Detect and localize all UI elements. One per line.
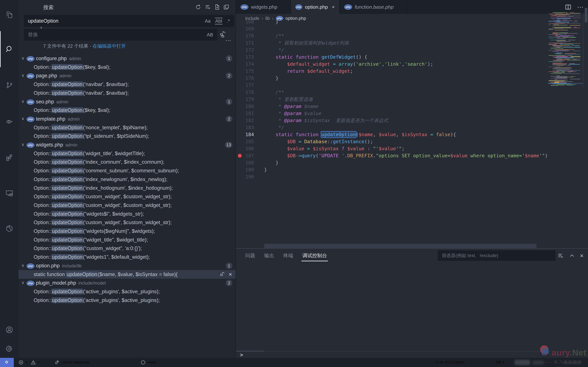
code-line[interactable]: 186 $value = $isSyntax ? $value : "'$val… (236, 145, 548, 152)
split-editor-icon[interactable] (565, 4, 571, 10)
code-line[interactable]: 188 } (236, 159, 548, 166)
line-number[interactable]: 180 (236, 103, 254, 110)
line-number[interactable]: 177 (236, 82, 254, 89)
open-in-editor-icon[interactable] (223, 3, 230, 11)
search-input[interactable] (24, 18, 205, 24)
line-number[interactable]: 190 (236, 173, 254, 180)
code-line[interactable]: 173 static function getDefWidget() { (236, 54, 548, 61)
result-file-row[interactable]: ∨phpoption.phpinclude/lib1 (18, 261, 236, 270)
remote-explorer-icon[interactable] (0, 184, 18, 202)
regex-icon[interactable]: .* (227, 18, 230, 24)
result-match-row[interactable]: Option::updateOption("widgets$i", $widge… (18, 209, 236, 218)
code-line[interactable]: 183 */ (236, 124, 548, 131)
replace-input[interactable] (24, 32, 207, 38)
result-match-row[interactable]: Option::updateOption('navibar', $navibar… (18, 80, 236, 89)
line-number[interactable]: 176 (236, 75, 254, 82)
result-match-row[interactable]: Option::updateOption($key, $val); (18, 106, 236, 115)
problems-status[interactable]: 0 0 (18, 358, 39, 367)
tab-function-base-php[interactable]: php function.base.php (340, 0, 407, 14)
vertical-scrollbar[interactable] (585, 8, 587, 22)
result-match-row[interactable]: Option::updateOption('nonce_templet', $t… (18, 123, 236, 132)
code-line[interactable]: 171 * 获取初始安装时的widget列表 (236, 40, 548, 47)
line-number[interactable]: 171 (236, 40, 254, 47)
result-match-row[interactable]: Option::updateOption('tpl_sidenum', $tpl… (18, 132, 236, 140)
panel-tab-debug-console[interactable]: 调试控制台 (302, 252, 327, 260)
search-icon[interactable] (0, 40, 18, 58)
result-match-row[interactable]: Option::updateOption('custom_widget', $c… (18, 201, 236, 209)
open-in-editor-link[interactable]: 在编辑器中打开 (93, 43, 126, 49)
panel-tab-terminal[interactable]: 终端 (283, 252, 293, 260)
refresh-icon[interactable] (194, 3, 202, 11)
result-file-row[interactable]: ∨phpconfigure.phpadmin1 (18, 54, 236, 63)
line-number[interactable]: 189 (236, 166, 254, 173)
code-line[interactable]: 180 * @param $name (236, 103, 548, 110)
line-number[interactable]: 175 (236, 68, 254, 75)
line-number[interactable]: 179 (236, 96, 254, 103)
line-number[interactable]: 173 (236, 54, 254, 61)
line-number[interactable]: 172 (236, 47, 254, 54)
preserve-case-icon[interactable]: AB (207, 32, 213, 38)
dismiss-match-icon[interactable]: ✕ (227, 271, 234, 277)
replace-input-box[interactable]: AB (24, 29, 217, 41)
close-tab-icon[interactable]: × (332, 4, 335, 10)
code-line[interactable]: 177 (236, 82, 548, 89)
close-panel-icon[interactable]: ✕ (578, 252, 586, 259)
more-actions-icon[interactable]: ⋯ (577, 3, 583, 11)
result-match-row[interactable]: Option::updateOption('navibar', $navibar… (18, 89, 236, 97)
line-number[interactable]: 185 (236, 138, 254, 145)
filter-input[interactable] (438, 253, 555, 258)
result-match-row[interactable]: Option::updateOption("widgets{$wgNum}", … (18, 227, 236, 235)
code-line[interactable]: 189} (236, 166, 548, 173)
code-line[interactable]: 185 $DB = Database::getInstance(); (236, 138, 548, 145)
line-number[interactable]: 174 (236, 61, 254, 68)
code-line[interactable]: 190 (236, 173, 548, 180)
result-match-row[interactable]: Option::updateOption('index_comnum', $in… (18, 158, 236, 166)
line-number[interactable]: 178 (236, 89, 254, 96)
panel-tab-output[interactable]: 输出 (264, 252, 274, 260)
result-file-row[interactable]: ∨phptemplate.phpadmin2 (18, 115, 236, 123)
minimap[interactable] (548, 12, 583, 88)
code-line[interactable]: 170 /** (236, 33, 548, 40)
clear-console-icon[interactable] (557, 252, 564, 259)
code-line[interactable]: 187 $DB->query('UPDATE '.DB_PREFIX."opti… (236, 152, 548, 159)
chevron-down-icon[interactable]: ∨ (21, 73, 25, 78)
run-debug-icon[interactable] (0, 112, 18, 130)
line-number[interactable]: 183 (236, 124, 254, 131)
indentation-status[interactable]: 空格: 4 (496, 358, 504, 367)
console-prompt-icon[interactable]: > (238, 352, 245, 358)
line-number[interactable]: 184 (236, 131, 254, 138)
code-line[interactable]: 184 static function updateOption($name, … (236, 131, 548, 138)
new-search-editor-icon[interactable] (213, 3, 221, 11)
code-line[interactable]: 168 } (236, 18, 548, 25)
line-number[interactable]: 168 (236, 18, 254, 25)
result-match-row[interactable]: static function updateOption($name, $val… (18, 270, 236, 279)
code-line[interactable]: 172 */ (236, 47, 548, 54)
replace-match-icon[interactable] (219, 271, 226, 277)
horizontal-scrollbar[interactable] (264, 244, 536, 248)
clear-search-results-icon[interactable] (204, 3, 211, 11)
remote-indicator[interactable] (0, 358, 14, 367)
chevron-down-icon[interactable]: ∨ (21, 263, 25, 268)
source-control-icon[interactable] (0, 76, 18, 94)
result-match-row[interactable]: Option::updateOption('custom_widget', $c… (18, 218, 236, 227)
code-line[interactable]: 182 * @param $isSyntax 更新值是否为一个表达式 (236, 117, 548, 124)
settings-gear-icon[interactable] (0, 340, 18, 358)
account-icon[interactable] (0, 321, 18, 339)
line-number[interactable]: 187 (236, 152, 254, 159)
result-file-row[interactable]: ∨phpwidgets.phpadmin13 (18, 140, 236, 149)
code-line[interactable]: 174 $default_widget = array('archive','l… (236, 61, 548, 68)
chevron-down-icon[interactable]: ∨ (21, 99, 25, 104)
result-match-row[interactable]: Option::updateOption("custom_widget", 'a… (18, 244, 236, 253)
result-match-row[interactable]: Option::updateOption("widgets1", $defaul… (18, 253, 236, 261)
code-line[interactable]: 176 } (236, 75, 548, 82)
tabnine-hex-icon[interactable] (0, 220, 18, 238)
code-line[interactable]: 175 return $default_widget; (236, 68, 548, 75)
line-number[interactable]: 186 (236, 145, 254, 152)
line-number[interactable]: 169 (236, 25, 254, 33)
code-line[interactable]: 178 /** (236, 89, 548, 96)
chevron-down-icon[interactable]: ∨ (21, 142, 25, 147)
result-match-row[interactable]: Option::updateOption($key, $val); (18, 63, 236, 71)
chevron-down-icon[interactable]: ∨ (21, 116, 25, 121)
result-match-row[interactable]: Option::updateOption('index_hotlognum', … (18, 184, 236, 192)
result-match-row[interactable]: Option::updateOption('active_plugins', $… (18, 296, 236, 305)
